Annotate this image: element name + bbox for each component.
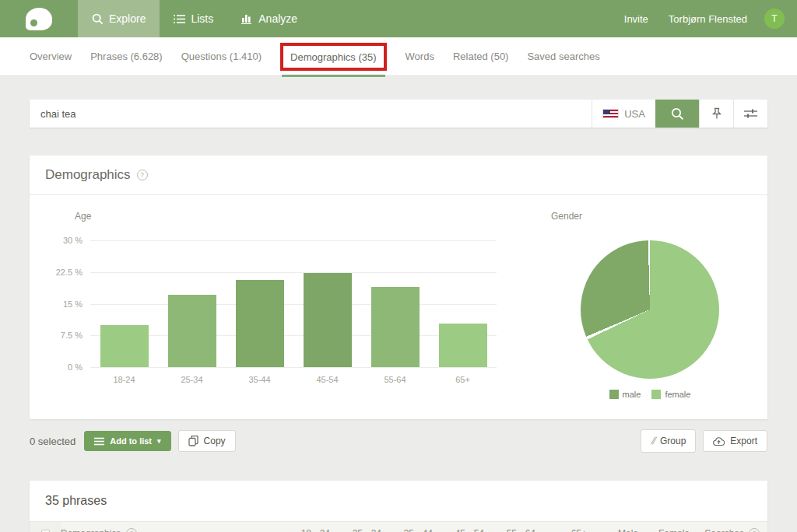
column-header-25-34[interactable]: 25 - 34 xyxy=(333,528,384,532)
demographics-card: Demographics ? Age 30 %22.5 %15 %7.5 %0 … xyxy=(30,156,767,419)
pie-legend: malefemale xyxy=(551,390,749,399)
copy-icon xyxy=(188,436,198,446)
country-selector[interactable]: USA xyxy=(592,100,655,128)
bar-column xyxy=(226,240,293,367)
y-axis-tick-label: 22.5 % xyxy=(56,268,83,277)
pin-search-button[interactable] xyxy=(699,100,733,128)
tab-demographics[interactable]: Demographics (35) xyxy=(290,51,377,63)
table-action-bar: 0 selected Add to list ▾ Copy ⫽ Group Ex… xyxy=(30,429,767,453)
chart-gridline xyxy=(90,367,497,368)
nav-item-label: Lists xyxy=(191,12,213,25)
annotation-highlight-box: Demographics (35) xyxy=(280,43,387,71)
avatar[interactable]: T xyxy=(764,9,785,29)
column-header-18-24[interactable]: 18 - 24 xyxy=(282,528,333,532)
y-axis-tick-label: 30 % xyxy=(63,236,83,245)
nav-item-lists[interactable]: Lists xyxy=(160,0,227,37)
column-header-label: Demographics xyxy=(61,528,121,532)
country-label: USA xyxy=(624,108,645,120)
tab-questions[interactable]: Questions (1.410) xyxy=(181,51,262,62)
user-name[interactable]: Torbjørn Flensted xyxy=(669,13,747,25)
bar-65+[interactable] xyxy=(439,324,487,368)
column-header-label: 45 - 54 xyxy=(455,528,484,532)
column-header-demographics[interactable]: Demographics? xyxy=(61,528,282,532)
sliders-icon xyxy=(744,108,757,119)
x-axis-tick-label: 55-64 xyxy=(361,375,429,384)
nav-item-analyze[interactable]: Analyze xyxy=(227,0,311,37)
add-to-list-label: Add to list xyxy=(110,436,152,446)
age-chart-label: Age xyxy=(75,211,497,222)
export-button[interactable]: Export xyxy=(703,430,767,452)
tab-words[interactable]: Words xyxy=(406,51,434,62)
column-header-label: 65+ xyxy=(571,528,587,532)
tab-related[interactable]: Related (50) xyxy=(453,51,509,62)
select-all-cell xyxy=(30,522,61,532)
help-icon[interactable]: ? xyxy=(749,528,760,532)
legend-item-male: male xyxy=(609,390,641,399)
bar-column xyxy=(361,240,429,367)
list-icon xyxy=(174,14,185,24)
pin-icon xyxy=(711,107,722,120)
bar-chart-icon xyxy=(241,14,253,24)
tab-overview[interactable]: Overview xyxy=(30,51,72,62)
column-header-label: 35 - 44 xyxy=(404,528,433,532)
help-icon[interactable]: ? xyxy=(137,170,148,180)
column-header-55-64[interactable]: 55 - 64 xyxy=(487,528,539,532)
app-logo[interactable] xyxy=(0,0,78,37)
column-header-female[interactable]: Female xyxy=(641,528,693,532)
pie-graphic xyxy=(581,240,719,379)
copy-button[interactable]: Copy xyxy=(178,430,236,452)
column-header-label: Male xyxy=(618,528,638,532)
bar-18-24[interactable] xyxy=(100,325,149,367)
search-bar: USA xyxy=(30,100,767,128)
bar-35-44[interactable] xyxy=(236,280,284,367)
x-axis-tick-label: 18-24 xyxy=(90,375,158,384)
column-header-male[interactable]: Male xyxy=(590,528,641,532)
column-header-label: Female xyxy=(658,528,690,532)
invite-link[interactable]: Invite xyxy=(624,13,648,25)
gender-chart-label: Gender xyxy=(551,211,749,222)
filters-button[interactable] xyxy=(733,100,767,128)
table-title: 35 phrases xyxy=(30,481,767,522)
list-icon xyxy=(94,437,104,446)
export-cloud-icon xyxy=(713,436,725,446)
y-axis-tick-label: 0 % xyxy=(68,362,83,372)
bar-column xyxy=(293,240,361,367)
copy-label: Copy xyxy=(204,436,226,446)
bar-45-54[interactable] xyxy=(304,273,352,367)
bar-25-34[interactable] xyxy=(168,295,216,367)
y-axis-tick-label: 7.5 % xyxy=(61,331,83,340)
legend-label: female xyxy=(665,390,690,399)
bars-container xyxy=(90,240,497,367)
search-button[interactable] xyxy=(655,100,699,128)
y-axis-tick-label: 15 % xyxy=(63,299,83,309)
bar-55-64[interactable] xyxy=(371,287,420,367)
column-header-label: 25 - 34 xyxy=(353,528,381,532)
group-button[interactable]: ⫽ Group xyxy=(641,429,696,453)
phrases-table-card: 35 phrases Demographics?18 - 2425 - 3435… xyxy=(30,481,767,532)
age-bar-chart: Age 30 %22.5 %15 %7.5 %0 % 18-2425-3435-… xyxy=(45,211,497,399)
x-axis-tick-label: 65+ xyxy=(429,375,497,384)
top-navbar: Explore Lists Analyze Invite Torbjørn Fl… xyxy=(0,0,797,37)
tab-saved-searches[interactable]: Saved searches xyxy=(527,51,599,62)
column-header-35-44[interactable]: 35 - 44 xyxy=(384,528,436,532)
search-icon xyxy=(671,107,684,121)
nav-item-explore[interactable]: Explore xyxy=(78,0,160,37)
select-all-checkbox[interactable] xyxy=(41,530,50,532)
legend-item-female: female xyxy=(651,390,690,399)
add-to-list-button[interactable]: Add to list ▾ xyxy=(84,431,170,451)
table-header-row: Demographics?18 - 2425 - 3435 - 4445 - 5… xyxy=(30,522,767,532)
legend-swatch xyxy=(651,390,661,399)
search-input[interactable] xyxy=(30,100,592,128)
column-header-65+[interactable]: 65+ xyxy=(539,528,590,532)
column-header-45-54[interactable]: 45 - 54 xyxy=(436,528,487,532)
nav-item-label: Explore xyxy=(109,12,146,25)
card-title: Demographics xyxy=(45,167,131,183)
help-icon[interactable]: ? xyxy=(126,528,137,532)
column-header-label: 18 - 24 xyxy=(301,528,330,532)
tab-phrases[interactable]: Phrases (6.628) xyxy=(90,51,163,62)
selected-count: 0 selected xyxy=(30,436,75,447)
column-header-searches[interactable]: Searches? xyxy=(693,522,767,532)
x-axis-tick-label: 35-44 xyxy=(226,375,293,384)
chevron-down-icon: ▾ xyxy=(157,437,161,445)
bar-column xyxy=(90,240,158,367)
